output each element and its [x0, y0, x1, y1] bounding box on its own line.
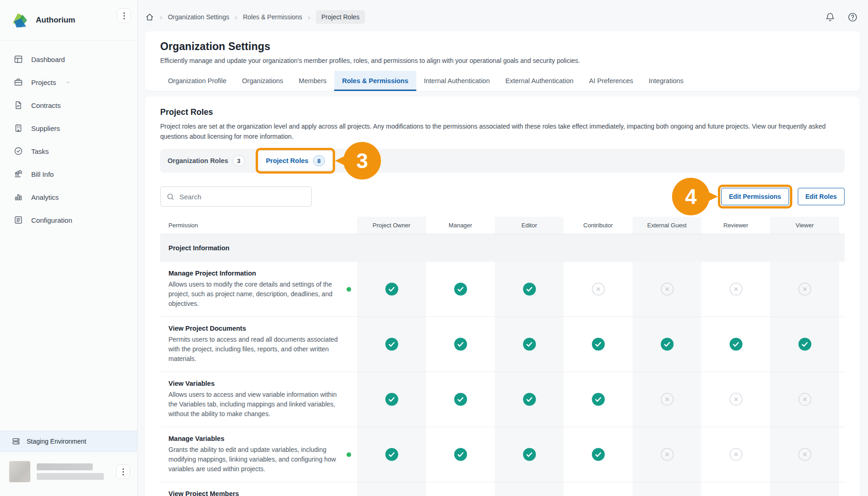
sidebar-item-suppliers[interactable]: Suppliers: [0, 117, 137, 140]
profile-menu-kebab-icon[interactable]: [116, 464, 130, 479]
permission-toggle-cell: [564, 262, 633, 316]
sidebar-item-tasks[interactable]: Tasks: [0, 140, 137, 163]
table-toolbar: Edit Permissions 4 Edit Roles: [160, 185, 845, 209]
tab-roles-permissions[interactable]: Roles & Permissions: [334, 71, 416, 91]
annotation-highlight-box-4: Edit Permissions 4: [718, 185, 792, 209]
check-icon: [523, 282, 536, 296]
permission-toggle-cell: [701, 427, 770, 482]
tab-members[interactable]: Members: [291, 71, 334, 91]
sidebar-item-configuration[interactable]: Configuration: [0, 209, 137, 231]
check-icon: [661, 338, 674, 351]
tab-internal-authentication[interactable]: Internal Authentication: [416, 71, 498, 91]
breadcrumb-item[interactable]: Roles & Permissions: [243, 13, 302, 21]
permission-toggle-cell: [357, 262, 426, 316]
check-icon: [523, 338, 536, 351]
permission-toggle-cell: [495, 262, 564, 316]
home-icon[interactable]: [145, 12, 154, 22]
sidebar-item-dashboard[interactable]: Dashboard: [0, 48, 137, 71]
table-row: Manage VariablesGrants the ability to ed…: [160, 427, 845, 482]
permission-toggle-cell: [770, 372, 839, 427]
permission-toggle-cell: [495, 372, 564, 427]
permission-toggle-cell: [426, 482, 495, 496]
annotation-marker-3: 3: [334, 141, 382, 180]
cross-icon: [661, 393, 674, 406]
sidebar-item-bill-info[interactable]: Bill Info: [0, 163, 137, 186]
annotation-marker-4: 4: [671, 177, 719, 216]
permission-title: Manage Variables: [168, 435, 342, 442]
column-header-editor: Editor: [495, 217, 564, 234]
settings-tabs: Organization ProfileOrganizationsMembers…: [160, 71, 845, 91]
environment-label: Staging Environment: [27, 438, 86, 445]
notifications-bell-icon[interactable]: [825, 12, 835, 23]
permission-toggle-cell: [633, 262, 701, 316]
cross-icon: [661, 448, 674, 461]
search-input[interactable]: [179, 193, 306, 201]
permission-toggle-cell: [426, 317, 495, 372]
help-icon[interactable]: [847, 12, 858, 23]
tab-organizations[interactable]: Organizations: [234, 71, 291, 91]
edit-roles-button[interactable]: Edit Roles: [798, 188, 845, 205]
permission-toggle-cell: [564, 482, 633, 496]
edit-permissions-button[interactable]: Edit Permissions: [721, 188, 789, 205]
settings-header-card: Organization Settings Efficiently manage…: [145, 31, 860, 91]
permission-description: Permits users to access and read all doc…: [168, 335, 342, 364]
breadcrumb-item[interactable]: Organization Settings: [168, 13, 230, 21]
permission-toggle-cell: [426, 427, 495, 482]
table-group-header: Project Information: [160, 234, 845, 262]
svg-text:4: 4: [685, 185, 697, 209]
bar-chart-icon: [14, 192, 23, 202]
bank-search-icon: [14, 169, 23, 179]
enabled-indicator-dot: [347, 287, 351, 292]
tab-ai-preferences[interactable]: AI Preferences: [581, 71, 641, 91]
check-circle-icon: [14, 147, 23, 156]
sidebar-item-label: Suppliers: [31, 124, 60, 132]
sidebar-item-label: Analytics: [31, 193, 59, 201]
building-icon: [14, 124, 23, 133]
sidebar-item-projects[interactable]: Projects: [0, 71, 137, 94]
settings-list-icon: [14, 215, 23, 225]
column-header-viewer: Viewer: [770, 217, 839, 234]
permissions-table: Permission Project OwnerManagerEditorCon…: [160, 217, 845, 496]
permission-toggle-cell: [426, 372, 495, 427]
tab-integrations[interactable]: Integrations: [641, 71, 691, 91]
sidebar-item-analytics[interactable]: Analytics: [0, 186, 137, 209]
search-box[interactable]: [160, 186, 312, 207]
check-icon: [454, 338, 467, 351]
permission-cell: View VariablesAllows users to access and…: [160, 372, 357, 427]
permission-description: Allows users to access and view variable…: [168, 390, 342, 419]
tab-organization-roles[interactable]: Organization Roles 3: [160, 155, 256, 166]
permission-toggle-cell: [357, 372, 426, 427]
check-icon: [592, 448, 605, 461]
sidebar-menu-kebab-icon[interactable]: [117, 8, 131, 23]
tab-external-authentication[interactable]: External Authentication: [498, 71, 581, 91]
table-row: View Project DocumentsPermits users to a…: [160, 317, 845, 372]
section-description: Project roles are set at the organizatio…: [160, 122, 845, 141]
tab-organization-profile[interactable]: Organization Profile: [160, 71, 234, 91]
project-roles-card: Project Roles Project roles are set at t…: [145, 96, 860, 496]
breadcrumb-separator: ›: [235, 13, 238, 21]
environment-banner[interactable]: Staging Environment: [0, 431, 137, 452]
permission-title: View Variables: [168, 380, 342, 387]
permission-toggle-cell: [701, 372, 770, 427]
cross-icon: [661, 282, 674, 296]
cross-icon: [592, 282, 605, 296]
avatar: [9, 461, 30, 482]
main-area: ›Organization Settings›Roles & Permissio…: [138, 0, 868, 496]
tab-project-roles[interactable]: Project Roles 8: [259, 151, 332, 170]
permission-toggle-cell: [495, 427, 564, 482]
breadcrumb: ›Organization Settings›Roles & Permissio…: [145, 10, 365, 24]
check-icon: [385, 282, 398, 296]
permission-toggle-cell: [495, 482, 564, 496]
permission-title: View Project Members: [168, 490, 342, 496]
breadcrumb-separator: ›: [160, 13, 162, 21]
tab-label: Organization Roles: [168, 157, 228, 164]
permission-toggle-cell: [357, 427, 426, 482]
check-icon: [385, 448, 398, 461]
enabled-indicator-dot: [347, 452, 351, 457]
permission-toggle-cell: [564, 317, 633, 372]
sidebar-item-contracts[interactable]: Contracts: [0, 94, 137, 117]
check-icon: [385, 393, 398, 406]
sidebar-header: Authorium: [0, 0, 137, 40]
table-row: View VariablesAllows users to access and…: [160, 372, 845, 427]
column-header-permission: Permission: [160, 217, 357, 234]
